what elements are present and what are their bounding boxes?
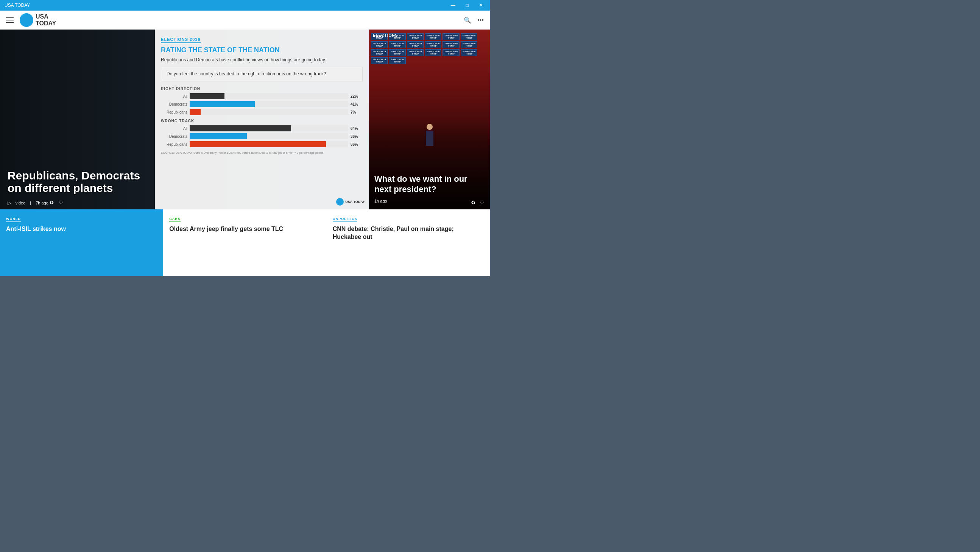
search-icon[interactable]: 🔍 (464, 17, 471, 24)
sign: STANDS WITHTRUMP (442, 49, 459, 56)
bottom-card-cars[interactable]: CARS Oldest Army jeep finally gets some … (163, 209, 326, 276)
elections-side-tag: ELECTIONS (373, 33, 398, 38)
bar-fill (189, 109, 200, 115)
logo-text: USA TODAY (36, 13, 56, 27)
main-card-text: Republicans, Democrats on different plan… (8, 169, 155, 194)
close-button[interactable]: ✕ (477, 2, 485, 9)
bottom-news-strip: WORLD Anti-ISIL strikes now CARS Oldest … (0, 209, 490, 276)
main-article-card[interactable]: ELECTIONS 2016 RATING THE STATE OF THE N… (0, 30, 369, 209)
world-tag: WORLD (6, 217, 21, 222)
window-controls: — □ ✕ (449, 2, 485, 9)
side-card-headline: What do we want in our next president? (374, 174, 485, 194)
sign: STANDS WITHTRUMP (425, 41, 441, 48)
infographic-panel: ELECTIONS 2016 RATING THE STATE OF THE N… (155, 30, 369, 209)
main-card-headline: Republicans, Democrats on different plan… (8, 169, 155, 194)
figure-body (426, 130, 433, 146)
app-header: USA TODAY 🔍 ••• (0, 11, 490, 30)
figure-head (426, 124, 433, 130)
sign: STANDS WITHTRUMP (371, 41, 388, 48)
side-like-button[interactable]: ♡ (480, 199, 485, 205)
side-share-button[interactable]: ♻ (471, 199, 476, 205)
bar-container (189, 133, 348, 139)
bar-fill (189, 141, 326, 147)
sign: STANDS WITHTRUMP (389, 57, 406, 64)
sign: STANDS WITHTRUMP (371, 49, 388, 56)
window-titlebar: USA TODAY — □ ✕ (0, 0, 490, 11)
bar-pct: 22% (350, 94, 363, 99)
window-title: USA TODAY (5, 3, 30, 8)
bar-fill (189, 93, 224, 99)
chart-row-all-right: All 22% (161, 93, 363, 99)
side-card-actions: ♻ ♡ (471, 199, 485, 205)
sign: STANDS WITHTRUMP (371, 57, 388, 64)
main-card-meta: ▷ video | 7h ago (8, 200, 48, 205)
side-article-card[interactable]: STANDS WITHTRUMP STANDS WITHTRUMP STANDS… (369, 30, 490, 209)
sign: STANDS WITHTRUMP (389, 41, 406, 48)
share-button[interactable]: ♻ (49, 199, 54, 205)
row-label: Democrats (161, 134, 188, 138)
sign: STANDS WITHTRUMP (425, 33, 441, 40)
chart-row-dems-right: Democrats 41% (161, 101, 363, 107)
side-card-time: 1h ago (374, 199, 387, 203)
infographic-title: RATING THE STATE OF THE NATION (161, 46, 363, 54)
bar-container (189, 109, 348, 115)
politics-tag: ONPOLITICS (333, 217, 357, 222)
more-icon[interactable]: ••• (477, 17, 484, 24)
bar-pct: 7% (350, 110, 363, 115)
sign: STANDS WITHTRUMP (461, 41, 477, 48)
bar-pct: 41% (350, 102, 363, 107)
sign: STANDS WITHTRUMP (442, 41, 459, 48)
header-right: 🔍 ••• (464, 17, 484, 24)
poll-question: Do you feel the country is headed in the… (161, 67, 363, 81)
bar-fill (189, 125, 291, 131)
sign: STANDS WITHTRUMP (407, 33, 423, 40)
bottom-card-politics[interactable]: ONPOLITICS CNN debate: Christie, Paul on… (327, 209, 490, 276)
sign: STANDS WITHTRUMP (407, 49, 423, 56)
main-content: ELECTIONS 2016 RATING THE STATE OF THE N… (0, 30, 490, 276)
politics-headline: CNN debate: Christie, Paul on main stage… (333, 225, 484, 241)
bar-fill (189, 133, 247, 139)
bar-pct: 86% (350, 142, 363, 146)
row-label: Republicans (161, 110, 188, 115)
sign: STANDS WITHTRUMP (389, 49, 406, 56)
sign: STANDS WITHTRUMP (442, 33, 459, 40)
bar-container (189, 93, 348, 99)
sign: STANDS WITHTRUMP (425, 49, 441, 56)
meta-separator: | (30, 200, 31, 205)
video-label: video (16, 200, 25, 205)
header-left: USA TODAY (6, 13, 56, 27)
cars-tag: CARS (169, 217, 181, 222)
meta-time: 7h ago (36, 200, 48, 205)
main-card-actions: ♻ ♡ (49, 199, 64, 205)
bottom-card-world[interactable]: WORLD Anti-ISIL strikes now (0, 209, 163, 276)
speaker-figure (422, 124, 437, 146)
minimize-button[interactable]: — (449, 2, 458, 9)
sign: STANDS WITHTRUMP (461, 33, 477, 40)
side-card-text: What do we want in our next president? (374, 174, 485, 194)
row-label: All (161, 94, 188, 99)
logo-circle (20, 13, 33, 27)
chart-row-dems-wrong: Democrats 36% (161, 133, 363, 139)
wrong-track-label: WRONG TRACK (161, 119, 363, 123)
chart-row-all-wrong: All 64% (161, 125, 363, 131)
logo-dot (336, 198, 344, 205)
like-button[interactable]: ♡ (59, 199, 64, 205)
right-direction-section: RIGHT DIRECTION All 22% Democrats 41% (161, 87, 363, 115)
infographic-subtitle: Republicans and Democrats have conflicti… (161, 57, 363, 63)
chart-row-reps-wrong: Republicans 86% (161, 141, 363, 147)
bar-container (189, 101, 348, 107)
logo[interactable]: USA TODAY (20, 13, 56, 27)
menu-button[interactable] (6, 17, 14, 23)
video-play-icon: ▷ (8, 200, 11, 205)
row-label: Republicans (161, 142, 188, 146)
sign: STANDS WITHTRUMP (407, 41, 423, 48)
chart-row-reps-right: Republicans 7% (161, 109, 363, 115)
bar-container (189, 141, 348, 147)
cars-headline: Oldest Army jeep finally gets some TLC (169, 225, 320, 233)
right-direction-label: RIGHT DIRECTION (161, 87, 363, 91)
bar-pct: 36% (350, 134, 363, 138)
maximize-button[interactable]: □ (464, 2, 471, 9)
sign: STANDS WITHTRUMP (461, 49, 477, 56)
bar-pct: 64% (350, 126, 363, 130)
news-area: ELECTIONS 2016 RATING THE STATE OF THE N… (0, 30, 490, 209)
